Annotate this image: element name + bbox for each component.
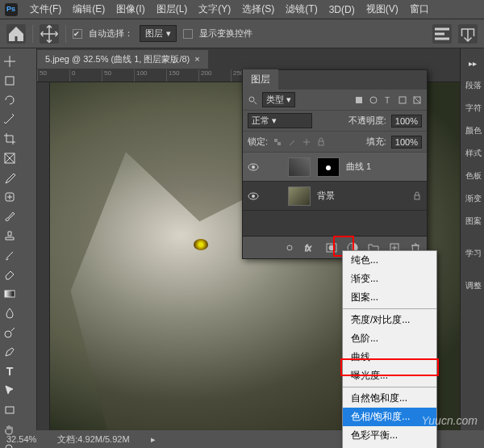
dock-swatches[interactable]: 色板 [462, 166, 483, 186]
filter-smart-icon[interactable] [412, 95, 422, 105]
document-tab-title: 5.jpeg @ 32.5% (曲线 1, 图层蒙版/8) [45, 53, 190, 65]
document-tab[interactable]: 5.jpeg @ 32.5% (曲线 1, 图层蒙版/8) × [37, 50, 208, 69]
heal-tool-icon[interactable] [1, 188, 19, 206]
mask-icon[interactable] [325, 241, 338, 254]
lock-label: 锁定: [248, 136, 268, 148]
blend-mode-dropdown[interactable]: 正常 ▾ [248, 113, 312, 128]
dock-color[interactable]: 颜色 [462, 121, 483, 140]
status-arrow-icon[interactable]: ▸ [151, 434, 156, 445]
frame-tool-icon[interactable] [1, 149, 19, 167]
fill-value[interactable]: 100% [391, 136, 422, 149]
layer-name[interactable]: 曲线 1 [346, 161, 371, 173]
menu-color-balance[interactable]: 色彩平衡... [343, 426, 436, 445]
svg-rect-16 [274, 139, 277, 142]
menu-image[interactable]: 图像(I) [111, 2, 150, 16]
close-tab-icon[interactable]: × [194, 54, 199, 64]
menu-gradient[interactable]: 渐变... [343, 270, 436, 288]
menu-layer[interactable]: 图层(L) [151, 2, 194, 16]
filter-adjust-icon[interactable] [369, 95, 378, 105]
lock-pos-icon[interactable] [302, 137, 311, 147]
svg-rect-6 [5, 291, 15, 297]
menu-window[interactable]: 窗口 [404, 2, 435, 16]
artboard-tool-icon[interactable] [1, 72, 19, 90]
svg-rect-1 [435, 32, 444, 35]
menu-filter[interactable]: 滤镜(T) [280, 2, 323, 16]
type-tool-icon[interactable]: T [1, 362, 19, 380]
history-brush-icon[interactable] [1, 246, 19, 264]
doc-size: 文档:4.92M/5.92M [57, 433, 129, 446]
brush-tool-icon[interactable] [1, 207, 19, 225]
menu-pattern[interactable]: 图案... [343, 288, 436, 307]
lock-all-icon[interactable] [316, 137, 326, 147]
wand-tool-icon[interactable] [1, 111, 19, 128]
lasso-tool-icon[interactable] [1, 91, 19, 109]
dock-learn[interactable]: 学习 [462, 244, 483, 263]
opacity-value[interactable]: 100% [391, 115, 422, 128]
menu-view[interactable]: 视图(V) [361, 2, 404, 16]
move-tool-icon[interactable] [1, 52, 19, 70]
visibility-eye-icon[interactable] [248, 191, 259, 202]
blur-tool-icon[interactable] [1, 304, 19, 322]
home-icon[interactable] [6, 24, 26, 44]
show-transform-label: 显示变换控件 [199, 27, 252, 40]
eyedropper-tool-icon[interactable] [1, 169, 19, 186]
align-icon[interactable] [432, 24, 452, 44]
dock-expand-icon[interactable]: ▸▸ [462, 53, 483, 73]
auto-select-checkbox[interactable] [73, 29, 82, 39]
menu-solid-color[interactable]: 纯色... [343, 251, 436, 270]
rectangle-tool-icon[interactable] [1, 401, 19, 419]
menu-edit[interactable]: 编辑(E) [67, 2, 111, 16]
svg-rect-3 [6, 77, 14, 85]
menu-type[interactable]: 文字(Y) [193, 2, 236, 16]
lock-paint-icon[interactable] [287, 137, 297, 147]
move-tool-icon[interactable] [40, 24, 59, 44]
auto-select-target[interactable]: 图层▾ [140, 25, 177, 42]
filter-shape-icon[interactable] [398, 95, 407, 105]
dodge-tool-icon[interactable] [1, 324, 19, 341]
layers-tab[interactable]: 图层 [243, 69, 278, 90]
menu-vibrance[interactable]: 自然饱和度... [343, 389, 436, 408]
layer-name[interactable]: 背景 [317, 190, 335, 202]
menu-file[interactable]: 文件(F) [24, 2, 67, 16]
link-layers-icon[interactable] [283, 241, 296, 254]
menu-levels[interactable]: 色阶... [343, 329, 436, 348]
filter-type-icon[interactable]: T [383, 95, 393, 105]
path-select-icon[interactable] [1, 382, 19, 400]
dock-styles[interactable]: 样式 [462, 144, 483, 163]
menu-bar: 文件(F) 编辑(E) 图像(I) 图层(L) 文字(Y) 选择(S) 滤镜(T… [0, 0, 484, 19]
dock-character[interactable]: 字符 [462, 98, 483, 118]
svg-point-7 [5, 331, 11, 337]
menu-select[interactable]: 选择(S) [236, 2, 280, 16]
svg-rect-18 [319, 141, 323, 145]
menu-exposure[interactable]: 曝光度... [343, 366, 436, 385]
menu-3d[interactable]: 3D(D) [323, 4, 361, 15]
layer-item-background[interactable]: 背景 [243, 182, 427, 211]
auto-select-label: 自动选择： [89, 27, 133, 40]
gradient-tool-icon[interactable] [1, 285, 19, 303]
panel-tabs: 图层 [243, 70, 427, 90]
fx-icon[interactable]: fx [304, 241, 317, 254]
layer-item-curves[interactable]: 曲线 1 [243, 153, 427, 182]
share-icon[interactable] [458, 24, 478, 44]
filter-pixel-icon[interactable] [354, 95, 364, 105]
pen-tool-icon[interactable] [1, 343, 19, 361]
lock-trans-icon[interactable] [273, 137, 282, 147]
dock-adjustments[interactable]: 调整 [462, 276, 483, 295]
show-transform-checkbox[interactable] [183, 29, 193, 39]
filter-type-dropdown[interactable]: 类型 ▾ [262, 92, 295, 107]
dock-paragraph[interactable]: 段落 [462, 76, 483, 95]
dock-patterns[interactable]: 图案 [462, 211, 483, 231]
menu-curves[interactable]: 曲线... [343, 348, 436, 366]
eraser-tool-icon[interactable] [1, 266, 19, 283]
fill-label: 填充: [366, 136, 386, 148]
menu-black-white[interactable]: 黑白... [343, 445, 436, 448]
search-icon[interactable] [248, 95, 257, 105]
crop-tool-icon[interactable] [1, 130, 19, 148]
menu-brightness[interactable]: 亮度/对比度... [343, 311, 436, 329]
dock-gradients[interactable]: 渐变 [462, 189, 483, 208]
stamp-tool-icon[interactable] [1, 227, 19, 245]
zoom-level[interactable]: 32.54% [6, 434, 36, 444]
menu-separator [343, 387, 436, 387]
svg-point-10 [249, 97, 254, 102]
visibility-eye-icon[interactable] [248, 161, 259, 173]
